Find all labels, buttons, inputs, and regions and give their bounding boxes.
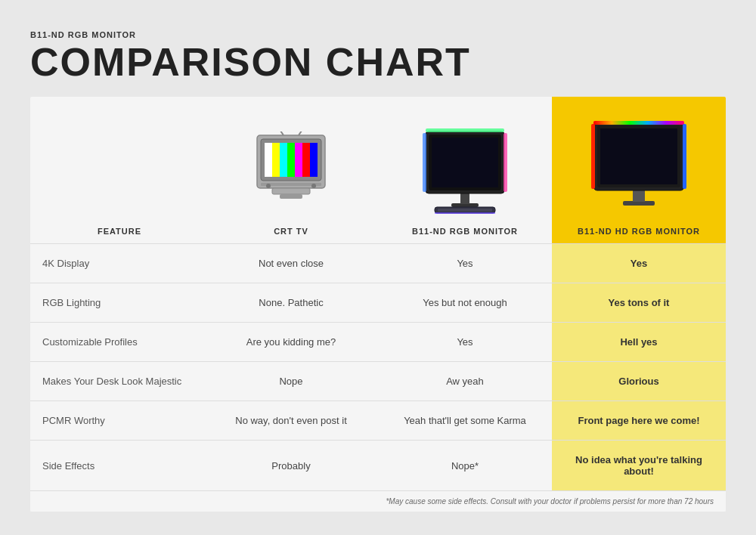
svg-rect-27: [438, 209, 492, 212]
crt-value-cell: None. Pathetic: [204, 283, 378, 323]
table-row: Side Effects Probably Nope* No idea what…: [30, 441, 726, 491]
b11-value-cell: Yes but not enough: [378, 283, 552, 323]
b11-value-cell: Nope*: [378, 441, 552, 491]
b11-monitor-icon: [420, 124, 510, 215]
hd-value-cell: Hell yes: [552, 323, 726, 362]
table-row: RGB Lighting None. Pathetic Yes but not …: [30, 283, 726, 323]
comparison-table-wrapper: FEATURE: [30, 97, 726, 512]
crt-image-container: [212, 109, 370, 215]
b11-value-cell: Yes: [378, 323, 552, 362]
svg-rect-37: [600, 128, 677, 184]
svg-rect-21: [503, 133, 507, 192]
crt-header-cell: CRT TV: [204, 97, 378, 244]
svg-rect-30: [633, 190, 645, 202]
crt-value-cell: No way, don't even post it: [204, 401, 378, 441]
feature-cell: 4K Display: [30, 244, 204, 283]
feature-header-cell: FEATURE: [30, 97, 204, 244]
crt-value-cell: Nope: [204, 362, 378, 401]
svg-point-11: [266, 184, 271, 188]
table-row: 4K Display Not even close Yes Yes: [30, 244, 726, 283]
b11-header-cell: B11-ND RGB MONITOR: [378, 97, 552, 244]
feature-label: Makes Your Desk Look Majestic: [42, 376, 181, 387]
table-body: 4K Display Not even close Yes Yes RGB Li…: [30, 244, 726, 491]
svg-rect-9: [310, 143, 318, 177]
b11-col-label: B11-ND RGB MONITOR: [386, 221, 544, 236]
feature-label: PCMR Worthy: [42, 415, 105, 426]
hd-value-cell: No idea what you're talking about!: [552, 441, 726, 491]
hd-header-cell: B11-ND HD RGB MONITOR: [552, 97, 726, 244]
b11-image-container: [386, 109, 544, 215]
svg-rect-4: [272, 143, 280, 177]
svg-rect-33: [591, 124, 595, 189]
page-subtitle: B11-ND RGB MONITOR: [30, 30, 726, 39]
svg-rect-13: [272, 188, 310, 194]
hd-value-cell: Glorious: [552, 362, 726, 401]
svg-rect-3: [265, 143, 272, 177]
svg-rect-34: [683, 124, 686, 189]
svg-rect-20: [423, 133, 426, 192]
hd-value-cell: Yes: [552, 244, 726, 283]
svg-rect-14: [280, 194, 302, 199]
feature-col-label: FEATURE: [42, 221, 197, 236]
b11-value-cell: Aw yeah: [378, 362, 552, 401]
hd-col-label: B11-ND HD RGB MONITOR: [559, 221, 718, 236]
crt-value-cell: Not even close: [204, 244, 378, 283]
b11-value-cell: Yeah that'll get some Karma: [378, 401, 552, 441]
table-row: Customizable Profiles Are you kidding me…: [30, 323, 726, 362]
hd-value-cell: Front page here we come!: [552, 401, 726, 441]
feature-cell: PCMR Worthy: [30, 401, 204, 441]
hd-monitor-icon: [590, 116, 688, 215]
hd-image-container: [559, 109, 718, 215]
feature-label: Side Effects: [42, 460, 94, 472]
svg-point-12: [311, 184, 316, 188]
feature-cell: Customizable Profiles: [30, 323, 204, 362]
feature-cell: Makes Your Desk Look Majestic: [30, 362, 204, 401]
svg-rect-8: [302, 143, 310, 177]
feature-cell: Side Effects: [30, 441, 204, 491]
crt-col-label: CRT TV: [212, 221, 370, 236]
svg-rect-32: [593, 121, 684, 125]
svg-rect-25: [432, 138, 498, 187]
feature-label: RGB Lighting: [42, 297, 101, 308]
hd-value-cell: Yes tons of it: [552, 283, 726, 323]
crt-value-cell: Are you kidding me?: [204, 323, 378, 362]
b11-value-cell: Yes: [378, 244, 552, 283]
feature-cell: RGB Lighting: [30, 283, 204, 323]
svg-rect-5: [280, 143, 287, 177]
feature-label: Customizable Profiles: [42, 336, 138, 348]
svg-rect-28: [435, 212, 495, 214]
table-row: Makes Your Desk Look Majestic Nope Aw ye…: [30, 362, 726, 401]
svg-rect-6: [287, 143, 295, 177]
svg-rect-7: [295, 143, 302, 177]
comparison-table: FEATURE: [30, 97, 726, 490]
page-title: COMPARISON CHART: [30, 42, 726, 82]
table-row: PCMR Worthy No way, don't even post it Y…: [30, 401, 726, 441]
feature-label: 4K Display: [42, 258, 89, 269]
footer-note: *May cause some side effects. Consult wi…: [30, 490, 726, 512]
svg-rect-22: [426, 128, 504, 132]
header-row: FEATURE: [30, 97, 726, 244]
page-wrapper: B11-ND RGB MONITOR COMPARISON CHART FEAT…: [15, 15, 741, 527]
crt-tv-icon: [249, 131, 333, 215]
crt-value-cell: Probably: [204, 441, 378, 491]
